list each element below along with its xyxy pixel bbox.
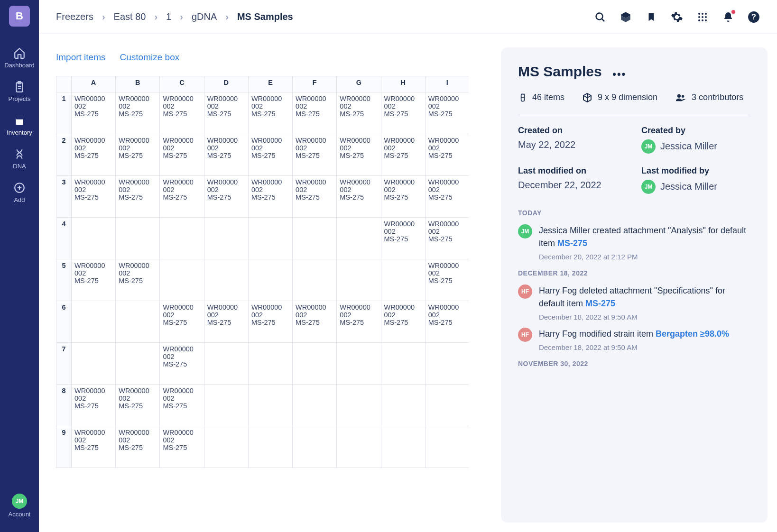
activity-link[interactable]: MS-275	[585, 299, 615, 308]
bell-icon[interactable]	[722, 11, 734, 23]
grid-cell[interactable]	[381, 343, 425, 385]
box-icon[interactable]	[620, 11, 632, 23]
grid-cell[interactable]: WR00000002MS-275	[160, 426, 204, 468]
grid-cell[interactable]	[116, 301, 160, 343]
grid-cell[interactable]: WR00000002MS-275	[116, 426, 160, 468]
grid-cell[interactable]	[337, 385, 381, 426]
grid-cell[interactable]	[160, 259, 204, 301]
grid-cell[interactable]	[72, 343, 116, 385]
grid-cell[interactable]: WR00000002MS-275	[425, 301, 469, 343]
grid-cell[interactable]: WR00000002MS-275	[116, 92, 160, 134]
grid-cell[interactable]	[337, 259, 381, 301]
grid-cell[interactable]: WR00000002MS-275	[425, 134, 469, 176]
grid-cell[interactable]	[293, 343, 337, 385]
grid-cell[interactable]	[204, 218, 248, 259]
breadcrumb-item-1[interactable]: 1	[166, 11, 171, 22]
grid-cell[interactable]: WR00000002MS-275	[248, 301, 292, 343]
grid-cell[interactable]: WR00000002MS-275	[72, 176, 116, 218]
grid-cell[interactable]	[72, 301, 116, 343]
grid-cell[interactable]: WR00000002MS-275	[293, 134, 337, 176]
grid-cell[interactable]	[337, 343, 381, 385]
grid-cell[interactable]	[248, 426, 292, 468]
grid-cell[interactable]: WR00000002MS-275	[72, 426, 116, 468]
activity-link[interactable]: MS-275	[557, 238, 587, 248]
grid-cell[interactable]	[116, 343, 160, 385]
grid-cell[interactable]	[116, 218, 160, 259]
grid-cell[interactable]	[204, 385, 248, 426]
grid-cell[interactable]: WR00000002MS-275	[204, 176, 248, 218]
grid-cell[interactable]	[381, 259, 425, 301]
grid-cell[interactable]: WR00000002MS-275	[248, 92, 292, 134]
grid-cell[interactable]	[425, 385, 469, 426]
grid-cell[interactable]: WR00000002MS-275	[160, 385, 204, 426]
grid-cell[interactable]	[160, 218, 204, 259]
grid-cell[interactable]: WR00000002MS-275	[293, 176, 337, 218]
grid-cell[interactable]: WR00000002MS-275	[204, 92, 248, 134]
sidebar-item-dna[interactable]: DNA	[0, 147, 39, 170]
breadcrumb-item-freezers[interactable]: Freezers	[56, 11, 93, 22]
grid-cell[interactable]: WR00000002MS-275	[337, 134, 381, 176]
grid-cell[interactable]: WR00000002MS-275	[116, 134, 160, 176]
grid-cell[interactable]: WR00000002MS-275	[116, 385, 160, 426]
grid-cell[interactable]	[337, 426, 381, 468]
gear-icon[interactable]	[671, 11, 683, 23]
grid-cell[interactable]: WR00000002MS-275	[248, 134, 292, 176]
grid-cell[interactable]: WR00000002MS-275	[337, 301, 381, 343]
grid-cell[interactable]: WR00000002MS-275	[425, 176, 469, 218]
breadcrumb-item-gdna[interactable]: gDNA	[192, 11, 217, 22]
sidebar-item-add[interactable]: Add	[0, 181, 39, 203]
grid-cell[interactable]: WR00000002MS-275	[160, 92, 204, 134]
import-items-link[interactable]: Import items	[56, 52, 106, 63]
grid-cell[interactable]	[248, 259, 292, 301]
grid-cell[interactable]: WR00000002MS-275	[381, 176, 425, 218]
grid-cell[interactable]: WR00000002MS-275	[381, 92, 425, 134]
grid-cell[interactable]: WR00000002MS-275	[425, 259, 469, 301]
grid-cell[interactable]: WR00000002MS-275	[248, 176, 292, 218]
grid-cell[interactable]: WR00000002MS-275	[293, 92, 337, 134]
grid-cell[interactable]: WR00000002MS-275	[160, 343, 204, 385]
grid-cell[interactable]: WR00000002MS-275	[337, 92, 381, 134]
grid-cell[interactable]	[204, 343, 248, 385]
grid-cell[interactable]: WR00000002MS-275	[160, 176, 204, 218]
grid-cell[interactable]	[381, 426, 425, 468]
bookmark-icon[interactable]	[645, 11, 657, 23]
sidebar-item-dashboard[interactable]: Dashboard	[0, 46, 39, 69]
grid-cell[interactable]: WR00000002MS-275	[381, 134, 425, 176]
grid-cell[interactable]: WR00000002MS-275	[425, 218, 469, 259]
grid-cell[interactable]	[293, 218, 337, 259]
grid-cell[interactable]	[293, 426, 337, 468]
search-icon[interactable]	[594, 11, 606, 23]
grid-cell[interactable]: WR00000002MS-275	[72, 92, 116, 134]
activity-link[interactable]: Bergapten ≥98.0%	[656, 329, 729, 339]
apps-grid-icon[interactable]	[696, 11, 709, 23]
grid-cell[interactable]: WR00000002MS-275	[204, 301, 248, 343]
grid-cell[interactable]	[425, 343, 469, 385]
grid-cell[interactable]	[337, 218, 381, 259]
grid-cell[interactable]	[293, 259, 337, 301]
grid-cell[interactable]	[204, 426, 248, 468]
grid-cell[interactable]: WR00000002MS-275	[381, 218, 425, 259]
grid-cell[interactable]: WR00000002MS-275	[160, 134, 204, 176]
grid-cell[interactable]: WR00000002MS-275	[72, 259, 116, 301]
grid-cell[interactable]	[248, 218, 292, 259]
grid-cell[interactable]	[72, 218, 116, 259]
grid-cell[interactable]	[248, 385, 292, 426]
sidebar-item-account[interactable]: JM Account	[0, 494, 39, 518]
grid-cell[interactable]: WR00000002MS-275	[293, 301, 337, 343]
grid-cell[interactable]	[248, 343, 292, 385]
grid-cell[interactable]: WR00000002MS-275	[337, 176, 381, 218]
sidebar-item-projects[interactable]: Projects	[0, 80, 39, 102]
grid-cell[interactable]	[293, 385, 337, 426]
sidebar-item-inventory[interactable]: Inventory	[0, 114, 39, 136]
grid-cell[interactable]: WR00000002MS-275	[72, 134, 116, 176]
help-icon[interactable]: ?	[748, 11, 760, 23]
grid-cell[interactable]: WR00000002MS-275	[204, 134, 248, 176]
grid-cell[interactable]: WR00000002MS-275	[72, 385, 116, 426]
grid-cell[interactable]: WR00000002MS-275	[116, 259, 160, 301]
customize-box-link[interactable]: Customize box	[120, 52, 180, 63]
grid-cell[interactable]	[381, 385, 425, 426]
grid-cell[interactable]	[204, 259, 248, 301]
grid-cell[interactable]: WR00000002MS-275	[381, 301, 425, 343]
breadcrumb-item-east80[interactable]: East 80	[114, 11, 146, 22]
grid-cell[interactable]	[425, 426, 469, 468]
